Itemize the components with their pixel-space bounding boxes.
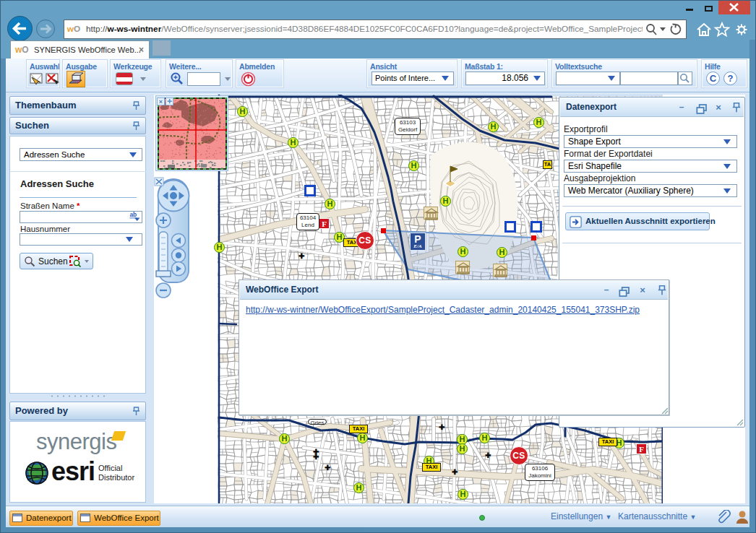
- svg-text:ab: ab: [129, 212, 137, 218]
